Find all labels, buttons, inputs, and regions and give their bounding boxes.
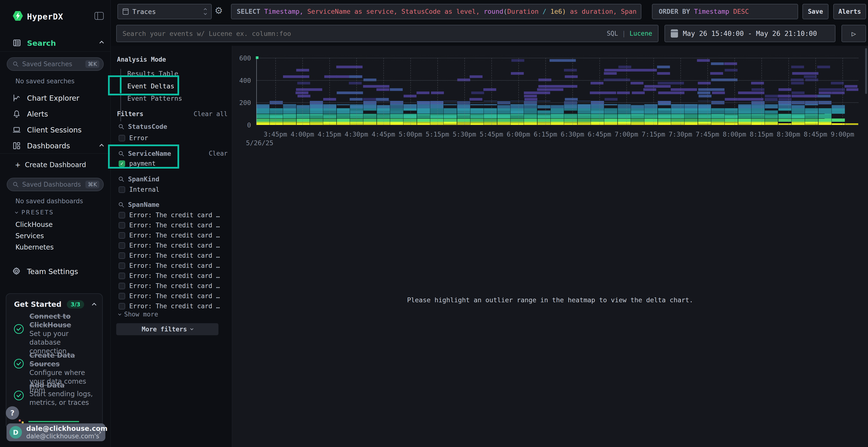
preset-clickhouse[interactable]: ClickHouse — [16, 220, 53, 229]
filter-item-internal[interactable]: Internal — [119, 185, 159, 194]
spanname-filter-item[interactable]: Error: The credit card … — [119, 211, 220, 219]
gridline-0 — [256, 125, 858, 125]
user-menu[interactable]: D dale@clickhouse.com dale@clickhouse.co… — [6, 423, 105, 441]
checkbox[interactable] — [119, 303, 125, 309]
order-by-text: ORDER BY Timestamp DESC — [659, 8, 749, 15]
chevron-up-icon[interactable] — [92, 303, 96, 307]
checkbox[interactable] — [119, 252, 125, 259]
saved-dashboards-input[interactable]: ⌘K — [7, 178, 104, 191]
checkbox[interactable] — [119, 242, 125, 249]
spanname-filter-item[interactable]: Error: The credit card … — [119, 262, 220, 270]
save-button[interactable]: Save — [802, 4, 829, 19]
x-tick-label: 8:15pm — [750, 131, 773, 138]
onboarding-item[interactable]: Connect to ClickHouse Set up your databa… — [29, 312, 98, 355]
checkbox[interactable] — [119, 222, 125, 229]
vertical-gridline — [680, 58, 681, 125]
delta-chart-empty-message: Please highlight an outlier range in the… — [232, 296, 868, 304]
search-icon[interactable] — [118, 202, 124, 208]
saved-searches-input[interactable]: ⌘K — [7, 57, 104, 71]
get-started-title: Get Started — [14, 300, 61, 309]
date-range-picker[interactable]: May 26 15:40:00 - May 26 21:10:00 — [664, 25, 835, 42]
sidebar-collapse-icon[interactable] — [94, 12, 104, 20]
sidebar-item-alerts[interactable]: Alerts — [27, 110, 48, 118]
hyperdx-logo-icon — [12, 10, 23, 21]
order-by-editor[interactable]: ORDER BY Timestamp DESC — [652, 4, 798, 19]
source-select[interactable]: Traces — [117, 4, 212, 19]
presets-toggle[interactable]: PRESETS — [16, 209, 54, 216]
avatar: D — [9, 426, 22, 439]
sidebar-item-team-settings[interactable]: Team Settings — [27, 267, 78, 276]
checkbox[interactable] — [119, 232, 125, 239]
y-tick-600: 600 — [232, 55, 251, 62]
sidebar-item-dashboards[interactable]: Dashboards — [27, 142, 70, 150]
no-saved-searches-text: No saved searches — [16, 77, 74, 85]
laptop-icon — [12, 126, 21, 135]
spanname-filter-item[interactable]: Error: The credit card … — [119, 231, 220, 239]
more-filters-button[interactable]: More filters — [116, 323, 218, 335]
lucene-mode-toggle[interactable]: Lucene — [629, 30, 652, 37]
scrollbar-thumb[interactable] — [865, 48, 867, 94]
x-tick-label: 4:15pm — [317, 131, 341, 138]
chevron-up-icon[interactable] — [99, 41, 104, 45]
calendar-icon — [671, 29, 678, 38]
spanname-label: Error: The credit card … — [129, 272, 220, 279]
spanname-filter-item[interactable]: Error: The credit card … — [119, 282, 220, 290]
checkbox[interactable] — [119, 283, 125, 289]
help-button[interactable]: ? — [6, 406, 19, 419]
preset-services[interactable]: Services — [16, 232, 44, 240]
clear-servicename-link[interactable]: Clear — [209, 150, 227, 157]
spanname-filter-item[interactable]: Error: The credit card … — [119, 241, 220, 249]
checkbox[interactable] — [119, 293, 125, 299]
spanname-filter-item[interactable]: Error: The credit card … — [119, 302, 220, 310]
sidebar-item-chart-explorer[interactable]: Chart Explorer — [27, 94, 79, 102]
x-tick-label: 6:00pm — [506, 131, 530, 138]
gear-icon — [12, 267, 21, 276]
checkbox[interactable] — [119, 212, 125, 218]
search-bar[interactable]: SQL | Lucene — [116, 25, 658, 42]
spanname-filter-item[interactable]: Error: The credit card … — [119, 221, 220, 229]
x-tick-label: 7:30pm — [669, 131, 692, 138]
checkbox[interactable] — [119, 186, 125, 193]
run-query-button[interactable]: ▷ — [841, 25, 866, 42]
sidebar-item-client-sessions[interactable]: Client Sessions — [27, 126, 82, 134]
spanname-label: Error: The credit card … — [129, 211, 220, 219]
filter-item-error[interactable]: Error — [119, 134, 148, 142]
heatmap-canvas[interactable] — [256, 57, 858, 125]
app-title: HyperDX — [27, 12, 63, 22]
saved-dashboards-field[interactable] — [22, 181, 85, 188]
spanname-label: Error: The credit card … — [129, 242, 220, 249]
search-icon[interactable] — [118, 176, 124, 182]
preset-kubernetes[interactable]: Kubernetes — [16, 243, 54, 251]
clear-all-link[interactable]: Clear all — [194, 110, 227, 117]
checkbox[interactable] — [119, 273, 125, 279]
x-tick-label: 7:45pm — [695, 131, 719, 138]
sql-select-editor[interactable]: SELECT Timestamp, ServiceName as service… — [231, 4, 641, 19]
sidebar-item-search[interactable]: Search — [27, 39, 56, 47]
alerts-button[interactable]: Alerts — [833, 4, 866, 19]
onboarding-item[interactable]: Add Data Start sending logs, metrics, or… — [29, 381, 99, 407]
saved-searches-field[interactable] — [22, 61, 85, 68]
chevron-up-icon[interactable] — [99, 144, 104, 148]
bell-icon — [12, 110, 21, 119]
no-saved-dashboards-text: No saved dashboards — [16, 198, 83, 205]
spanname-filter-item[interactable]: Error: The credit card … — [119, 272, 220, 280]
user-email: dale@clickhouse.com — [26, 425, 94, 433]
search-icon[interactable] — [118, 124, 124, 130]
spanname-filter-item[interactable]: Error: The credit card … — [119, 251, 220, 260]
mode-event-patterns[interactable]: Event Patterns — [127, 95, 182, 102]
select-chevrons-icon — [204, 9, 207, 14]
search-icon — [12, 61, 19, 67]
checkbox[interactable] — [119, 263, 125, 269]
show-more-link[interactable]: Show more — [119, 311, 158, 318]
mode-divider: | — [622, 30, 626, 37]
hidden-onboarding-item — [28, 421, 79, 422]
checkbox[interactable] — [119, 135, 125, 141]
create-dashboard-button[interactable]: + Create Dashboard — [15, 161, 86, 169]
event-search-input[interactable] — [123, 30, 607, 37]
source-settings-gear-icon[interactable]: ⚙ — [215, 5, 223, 16]
sql-mode-toggle[interactable]: SQL — [607, 30, 618, 37]
spanname-label: Error: The credit card … — [129, 252, 220, 259]
x-tick-label: 5:45pm — [479, 131, 503, 138]
spanname-filter-item[interactable]: Error: The credit card … — [119, 292, 220, 300]
x-tick-label: 8:00pm — [723, 131, 746, 138]
